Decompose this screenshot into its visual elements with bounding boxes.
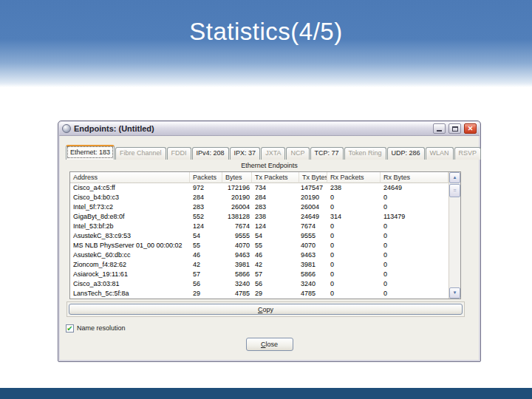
table-cell: 7674 (299, 222, 327, 231)
table-cell: 5866 (299, 270, 327, 279)
scroll-track[interactable] (449, 197, 460, 287)
minimize-icon (437, 130, 442, 132)
table-cell: 26004 (222, 202, 252, 212)
table-cell: 0 (381, 260, 449, 270)
table-cell: AsustekC_83:c9:53 (70, 231, 190, 241)
table-row[interactable]: Zioncom_f4:82:6242398142398100 (70, 260, 449, 270)
table-cell: Cisco_a3:03:81 (70, 279, 190, 289)
table-cell: 24649 (299, 212, 327, 222)
tab-ipv4-208[interactable]: IPv4: 208 (192, 147, 229, 160)
table-cell: 314 (327, 212, 381, 222)
column-header-address[interactable]: Address (70, 172, 190, 183)
table-cell: 0 (327, 250, 381, 260)
scroll-up-icon[interactable]: ▲ (449, 172, 460, 183)
copy-button-label: Copy (69, 306, 462, 313)
copy-button[interactable]: Copy (69, 304, 463, 315)
table-cell: 0 (381, 222, 449, 231)
endpoints-dialog: Endpoints: (Untitled) ✕ Ethernet: 183Fib… (58, 120, 481, 362)
endpoints-table: AddressPacketsBytesTx PacketsTx BytesRx … (69, 171, 461, 299)
table-cell: 3240 (222, 279, 252, 289)
footer-bar (0, 388, 532, 399)
titlebar[interactable]: Endpoints: (Untitled) ✕ (59, 122, 480, 136)
table-cell: 57 (190, 270, 222, 279)
minimize-button[interactable] (433, 123, 446, 134)
table-cell: 0 (381, 279, 449, 289)
table-cell: 55 (252, 241, 299, 250)
table-row[interactable]: AsustekC_83:c9:5354955554955500 (70, 231, 449, 241)
maximize-button[interactable] (449, 123, 461, 134)
table-cell: 138128 (222, 212, 252, 222)
column-header-rx-bytes[interactable]: Rx Bytes (381, 172, 449, 183)
slide-title: Statistics(4/5) (0, 18, 532, 46)
table-cell: 124 (190, 222, 222, 231)
column-header-rx-packets[interactable]: Rx Packets (327, 172, 381, 183)
table-cell: 9555 (222, 231, 252, 241)
table-cell: 3981 (299, 260, 327, 270)
slide: Statistics(4/5) Endpoints: (Untitled) ✕ … (0, 0, 532, 399)
name-resolution-checkbox[interactable]: ✔ (66, 324, 74, 332)
tab-fddi: FDDI (167, 147, 191, 160)
table-cell: 4070 (222, 241, 252, 250)
scroll-thumb[interactable]: = (449, 184, 460, 197)
table-cell: 9463 (222, 250, 252, 260)
table-cell: 56 (190, 279, 222, 289)
table-cell: 4070 (299, 241, 327, 250)
column-header-tx-packets[interactable]: Tx Packets (252, 172, 299, 183)
table-cell: 4785 (299, 289, 327, 299)
table-cell: 9463 (299, 250, 327, 260)
table-cell: 26004 (299, 202, 327, 212)
table-row[interactable]: Cisco_b4:b0:c3284201902842019000 (70, 193, 449, 202)
column-header-tx-bytes[interactable]: Tx Bytes (299, 172, 327, 183)
table-body: Cisco_a4:c5:ff97217219673414754723824649… (70, 183, 449, 299)
table-main: AddressPacketsBytesTx PacketsTx BytesRx … (70, 172, 449, 299)
table-cell: 7674 (222, 222, 252, 231)
table-cell: 283 (190, 202, 222, 212)
table-cell: 20190 (299, 193, 327, 202)
table-cell: 20190 (222, 193, 252, 202)
scroll-down-icon[interactable]: ▼ (449, 287, 460, 299)
close-row: Close (66, 338, 473, 351)
column-header-bytes[interactable]: Bytes (222, 172, 252, 183)
close-button[interactable]: Close (246, 338, 293, 351)
table-cell: 283 (252, 202, 299, 212)
table-row[interactable]: Intel_53:bf:2b1247674124767400 (70, 222, 449, 231)
table-row[interactable]: GigaByt_8d:e8:0f552138128238246493141134… (70, 212, 449, 222)
table-cell: 552 (190, 212, 222, 222)
table-cell: 0 (327, 260, 381, 270)
table-row[interactable]: AsustekC_60:db:cc46946346946300 (70, 250, 449, 260)
table-cell: 113479 (381, 212, 449, 222)
tab-tcp-77[interactable]: TCP: 77 (310, 147, 344, 160)
tab-fibre-channel: Fibre Channel (115, 147, 166, 160)
column-header-packets[interactable]: Packets (190, 172, 222, 183)
tab-ipx-37[interactable]: IPX: 37 (230, 147, 261, 160)
table-row[interactable]: Cisco_a4:c5:ff97217219673414754723824649 (70, 183, 449, 193)
table-cell: 42 (252, 260, 299, 270)
table-cell: 0 (381, 250, 449, 260)
tab-token-ring: Token Ring (344, 147, 386, 160)
table-row[interactable]: MS NLB PhysServer 01_00 00:00:0255407055… (70, 241, 449, 250)
close-window-button[interactable]: ✕ (464, 123, 477, 134)
tab-udp-286[interactable]: UDP: 286 (387, 147, 425, 160)
table-cell: Intel_5f:73:c2 (70, 202, 190, 212)
table-row[interactable]: LansTech_5c:5f:8a29478529478500 (70, 289, 449, 299)
table-scrollbar[interactable]: ▲ = ▼ (449, 172, 460, 299)
tab-jxta: JXTA (261, 147, 285, 160)
table-cell: 0 (381, 289, 449, 299)
table-row[interactable]: Cisco_a3:03:8156324056324000 (70, 279, 449, 289)
table-cell: 0 (327, 193, 381, 202)
close-button-label: Close (247, 338, 293, 350)
table-cell: 0 (381, 231, 449, 241)
table-row[interactable]: Asiarock_19:11:6157586657586600 (70, 270, 449, 279)
tab-wlan: WLAN (426, 147, 454, 160)
table-row[interactable]: Intel_5f:73:c2283260042832600400 (70, 202, 449, 212)
copy-panel: Copy (66, 301, 465, 317)
table-header-row: AddressPacketsBytesTx PacketsTx BytesRx … (70, 172, 449, 183)
table-cell: GigaByt_8d:e8:0f (70, 212, 190, 222)
tab-ethernet-183[interactable]: Ethernet: 183 (66, 145, 115, 160)
table-cell: 57 (252, 270, 299, 279)
table-cell: 0 (327, 289, 381, 299)
table-cell: 0 (327, 279, 381, 289)
table-cell: 0 (327, 241, 381, 250)
dialog-body: Ethernet: 183Fibre ChannelFDDIIPv4: 208I… (58, 136, 480, 351)
table-cell: 238 (252, 212, 299, 222)
